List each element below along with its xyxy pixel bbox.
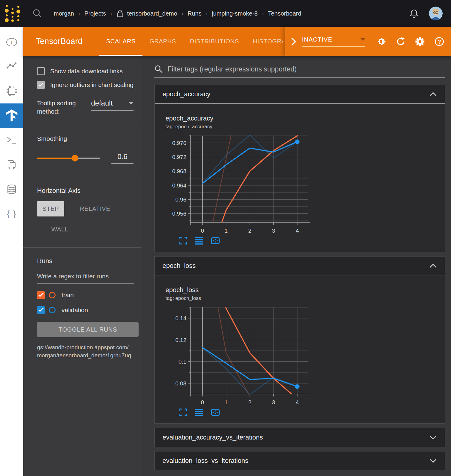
chevron-down-icon[interactable] [429, 458, 437, 463]
top-nav-bar: morgan › Projects › tensorboard_demo › R… [0, 0, 451, 27]
runs-filter-input[interactable] [37, 273, 134, 284]
help-button[interactable]: ? [434, 36, 444, 47]
dropdown-underline [302, 46, 365, 47]
run-selector-lines-icon[interactable] [195, 408, 204, 417]
tab-distributions[interactable]: DISTRIBUTIONS [183, 27, 246, 56]
svg-text:1: 1 [225, 399, 228, 405]
left-nav-rail: i [0, 27, 23, 476]
nav-system-item[interactable] [0, 79, 23, 103]
wandb-logo-dots [5, 5, 9, 22]
nav-files-item[interactable] [0, 152, 23, 177]
tooltip-sorting-label: Tooltip sorting method: [37, 99, 84, 116]
filter-tags-input[interactable] [168, 65, 445, 73]
run-selector-lines-icon[interactable] [195, 236, 204, 245]
nav-logs-item[interactable] [0, 128, 23, 152]
axis-step-button[interactable]: STEP [37, 201, 64, 216]
epoch-accuracy-chart[interactable]: 0.9760.9720.9680.9640.960.95601234 [165, 133, 333, 234]
tooltip-sorting-value: default [91, 99, 113, 107]
storage-path-line2: morgan/tensorboard_demo/1grhu7uq [37, 352, 131, 358]
fit-domain-icon[interactable] [211, 236, 220, 245]
chart-title: epoch_loss [165, 286, 439, 294]
slider-fill [37, 158, 75, 159]
breadcrumb-tensorboard[interactable]: Tensorboard [268, 10, 301, 17]
wandb-logo[interactable] [5, 5, 20, 22]
avatar[interactable] [429, 7, 443, 20]
nav-artifacts-item[interactable] [0, 177, 23, 202]
section-header-evaluation-accuracy[interactable]: evaluation_accuracy_vs_iterations [155, 428, 445, 447]
runs-section-label: Runs [37, 257, 134, 265]
tooltip-sorting-select[interactable]: default [91, 99, 134, 111]
expand-chart-icon[interactable] [179, 236, 188, 245]
chevron-down-icon[interactable] [429, 435, 437, 440]
tab-histograms[interactable]: HISTOGRAMS [246, 27, 283, 56]
breadcrumb-separator: › [262, 10, 264, 17]
chevron-up-icon[interactable] [429, 92, 437, 97]
search-icon[interactable] [32, 8, 42, 19]
divider [23, 125, 141, 125]
expand-chart-icon[interactable] [179, 408, 188, 417]
svg-text:0.956: 0.956 [172, 210, 186, 217]
select-underline [91, 110, 134, 111]
svg-text:2: 2 [248, 399, 251, 405]
svg-text:0.976: 0.976 [172, 140, 186, 146]
caret-down-icon [129, 102, 134, 104]
chart-tag: tag: epoch_loss [165, 295, 439, 301]
tensorflow-icon [5, 109, 18, 122]
svg-text:0.972: 0.972 [172, 154, 186, 160]
smoothing-slider[interactable] [37, 155, 100, 161]
validation-checkbox[interactable] [37, 306, 45, 314]
slider-handle[interactable] [72, 155, 78, 161]
toggle-all-runs-button[interactable]: TOGGLE ALL RUNS [37, 322, 139, 337]
smoothing-label: Smoothing [37, 135, 134, 142]
section-header-epoch-accuracy[interactable]: epoch_accuracy [155, 85, 445, 103]
svg-text:3: 3 [272, 399, 275, 405]
train-checkbox[interactable] [37, 291, 45, 299]
storage-path-line1: gs://wandb-production.appspot.com/ [37, 344, 128, 350]
epoch-loss-chart[interactable]: 0.140.120.10.0801234 [165, 305, 333, 405]
run-status-dropdown[interactable]: INACTIVE [302, 36, 365, 47]
run-selector-panel: INACTIVE [285, 27, 451, 56]
nav-overview-item[interactable]: i [0, 30, 23, 54]
show-download-links-checkbox[interactable] [37, 67, 45, 75]
run-row-train[interactable]: train [37, 291, 134, 299]
run-row-validation[interactable]: validation [37, 306, 134, 314]
svg-text:0.1: 0.1 [179, 358, 186, 365]
line-chart-icon [7, 62, 17, 71]
smoothing-value[interactable]: 0.6 [111, 152, 134, 161]
chevron-up-icon[interactable] [429, 263, 437, 268]
ignore-outliers-checkbox[interactable] [37, 81, 45, 89]
tab-scalars[interactable]: SCALARS [99, 27, 142, 56]
breadcrumb-user[interactable]: morgan [54, 10, 74, 17]
axis-wall-button[interactable]: WALL [46, 222, 74, 237]
chevron-right-icon[interactable] [291, 37, 297, 46]
breadcrumb-project[interactable]: tensorboard_demo [127, 10, 177, 17]
section-header-epoch-loss[interactable]: epoch_loss [155, 257, 445, 275]
chart-tag: tag: epoch_accuracy [165, 124, 439, 130]
filter-tags-search-icon [154, 65, 163, 73]
svg-text:0: 0 [201, 228, 204, 234]
storage-path-text: gs://wandb-production.appspot.com/ morga… [37, 343, 134, 359]
refresh-button[interactable] [396, 37, 406, 46]
section-header-evaluation-loss[interactable]: evaluation_loss_vs_iterations [155, 451, 445, 470]
breadcrumb-run-name[interactable]: jumping-smoke-8 [212, 10, 257, 17]
settings-gear-icon[interactable] [415, 36, 425, 47]
breadcrumb-projects[interactable]: Projects [84, 10, 106, 17]
tensorboard-header: TensorBoard SCALARS GRAPHS DISTRIBUTIONS… [23, 27, 451, 56]
tab-graphs[interactable]: GRAPHS [142, 27, 183, 56]
svg-text:?: ? [438, 39, 441, 45]
nav-tensorboard-item[interactable] [0, 103, 23, 128]
axis-relative-button[interactable]: RELATIVE [74, 201, 116, 216]
brightness-toggle-button[interactable] [377, 36, 387, 47]
nav-charts-item[interactable] [0, 54, 23, 79]
breadcrumb-runs[interactable]: Runs [188, 10, 202, 17]
section-title: epoch_loss [162, 262, 196, 270]
svg-text:3: 3 [272, 228, 275, 234]
svg-text:2: 2 [248, 228, 251, 234]
svg-text:0.14: 0.14 [175, 315, 186, 321]
notifications-bell-icon[interactable] [409, 8, 419, 19]
braces-icon: { } [7, 209, 16, 219]
nav-config-item[interactable]: { } [0, 202, 23, 226]
fit-domain-icon[interactable] [211, 408, 220, 417]
chart-card: epoch_accuracy tag: epoch_accuracy 0.976… [155, 103, 445, 252]
svg-text:0.08: 0.08 [175, 380, 186, 387]
